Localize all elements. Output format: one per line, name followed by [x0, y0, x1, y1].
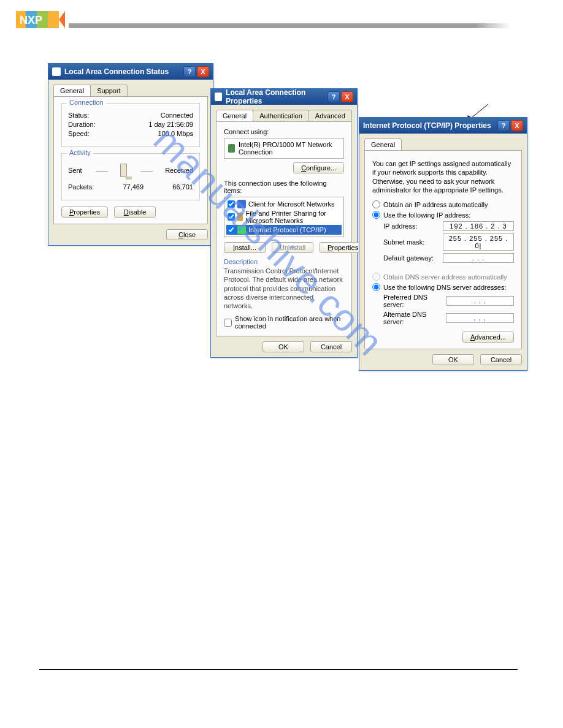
radio-use-ip[interactable] — [372, 211, 380, 219]
tab-authentication[interactable]: Authentication — [253, 110, 309, 121]
tcpip-icon — [237, 226, 246, 234]
status-value: Connected — [161, 112, 193, 119]
gateway-input[interactable]: . . . — [443, 253, 514, 263]
footer-divider — [39, 669, 518, 670]
help-icon[interactable]: ? — [327, 91, 340, 102]
props-titlebar[interactable]: Local Area Connection Properties ? X — [211, 89, 357, 105]
radio-auto-dns — [372, 273, 380, 281]
packets-recv: 66,701 — [172, 183, 193, 191]
radio-auto-ip[interactable] — [372, 200, 380, 208]
subnet-input[interactable]: 255 . 255 . 255 . 0| — [443, 233, 514, 251]
close-icon[interactable]: X — [197, 66, 209, 77]
properties-button[interactable]: Properties — [61, 207, 108, 218]
connect-using-label: Connect using: — [224, 128, 344, 135]
alt-dns-label: Alternate DNS server: — [383, 311, 446, 325]
tab-general[interactable]: General — [53, 85, 91, 96]
radio-auto-dns-label: Obtain DNS server address automatically — [383, 273, 507, 281]
duration-label: Duration: — [68, 121, 96, 128]
speed-value: 100.0 Mbps — [158, 130, 193, 137]
status-label: Status: — [68, 112, 89, 119]
radio-use-dns[interactable] — [372, 283, 380, 291]
item-label: Client for Microsoft Networks — [248, 200, 335, 208]
status-window: Local Area Connection Status ? X General… — [48, 63, 213, 246]
tab-support[interactable]: Support — [90, 85, 128, 96]
radio-use-dns-label: Use the following DNS server addresses: — [383, 284, 507, 291]
recv-arrow-icon: —— — [140, 167, 151, 174]
adapter-field: Intel(R) PRO/1000 MT Network Connection — [224, 138, 344, 159]
disable-button[interactable]: Disable — [114, 207, 156, 218]
item-label: Internet Protocol (TCP/IP) — [248, 226, 326, 233]
nic-icon — [228, 144, 235, 153]
pref-dns-label: Preferred DNS server: — [383, 294, 446, 308]
help-icon[interactable]: ? — [183, 66, 196, 77]
tcpip-title: Internet Protocol (TCP/IP) Properties — [363, 121, 491, 130]
alt-dns-input[interactable]: . . . — [446, 313, 514, 323]
sent-label: Sent — [68, 167, 82, 174]
help-icon[interactable]: ? — [497, 120, 510, 131]
client-icon — [237, 200, 246, 208]
cancel-button[interactable]: Cancel — [480, 354, 522, 365]
advanced-button[interactable]: Advanced... — [462, 332, 514, 343]
adapter-name: Intel(R) PRO/1000 MT Network Connection — [239, 141, 340, 156]
install-button[interactable]: Install... — [224, 242, 266, 253]
duration-value: 1 day 21:56:09 — [148, 121, 193, 128]
status-title: Local Area Connection Status — [64, 67, 169, 76]
packets-label: Packets: — [68, 183, 94, 191]
tcpip-window: Internet Protocol (TCP/IP) Properties ? … — [359, 117, 527, 371]
description-title: Description — [224, 258, 344, 265]
connection-icon — [215, 93, 222, 101]
share-icon — [237, 213, 243, 221]
gateway-label: Default gateway: — [383, 254, 434, 262]
description-text: Transmission Control Protocol/Internet P… — [224, 267, 344, 310]
monitor-icon — [120, 164, 128, 177]
activity-legend: Activity — [67, 149, 93, 156]
item-checkbox[interactable] — [228, 200, 235, 208]
header-divider — [69, 23, 510, 28]
tab-general[interactable]: General — [364, 138, 402, 150]
item-properties-button[interactable]: Properties — [320, 242, 361, 253]
connection-legend: Connection — [67, 99, 106, 106]
pref-dns-input[interactable]: . . . — [446, 296, 514, 306]
ip-label: IP address: — [383, 222, 417, 230]
radio-auto-ip-label: Obtain an IP address automatically — [383, 201, 488, 208]
close-icon[interactable]: X — [341, 91, 353, 102]
status-titlebar[interactable]: Local Area Connection Status ? X — [48, 64, 213, 80]
ok-button[interactable]: OK — [432, 354, 474, 365]
tab-advanced[interactable]: Advanced — [308, 110, 352, 121]
list-item[interactable]: File and Printer Sharing for Microsoft N… — [226, 209, 342, 225]
subnet-label: Subnet mask: — [383, 238, 424, 246]
svg-marker-4 — [59, 11, 65, 28]
item-checkbox[interactable] — [228, 226, 235, 233]
ip-input[interactable]: 192 . 186 . 2 . 3 — [443, 221, 514, 231]
uninstall-button[interactable]: Uninstall — [272, 242, 313, 253]
tcpip-note: You can get IP settings assigned automat… — [372, 159, 514, 194]
nxp-logo: NXP — [16, 11, 65, 31]
ok-button[interactable]: OK — [262, 341, 304, 352]
items-label: This connection uses the following items… — [224, 180, 344, 194]
radio-use-ip-label: Use the following IP address: — [383, 211, 470, 219]
tab-general[interactable]: General — [216, 110, 253, 121]
tcpip-titlebar[interactable]: Internet Protocol (TCP/IP) Properties ? … — [359, 118, 527, 134]
configure-button[interactable]: Configure... — [293, 162, 344, 173]
close-icon[interactable]: X — [511, 120, 523, 131]
packets-sent: 77,469 — [123, 183, 144, 191]
props-title: Local Area Connection Properties — [226, 88, 327, 105]
items-list[interactable]: Client for Microsoft Networks File and P… — [224, 197, 344, 237]
show-icon-label: Show icon in notification area when conn… — [235, 315, 344, 330]
properties-window: Local Area Connection Properties ? X Gen… — [210, 88, 358, 358]
connection-icon — [52, 67, 61, 76]
received-label: Received — [165, 167, 193, 174]
sent-arrow-icon: —— — [96, 167, 107, 174]
item-label: File and Printer Sharing for Microsoft N… — [245, 210, 340, 224]
speed-label: Speed: — [68, 130, 90, 137]
item-checkbox[interactable] — [228, 213, 235, 221]
close-button[interactable]: Close — [166, 229, 208, 240]
cancel-button[interactable]: Cancel — [310, 341, 352, 352]
svg-marker-3 — [48, 11, 59, 28]
list-item[interactable]: Internet Protocol (TCP/IP) — [226, 225, 342, 235]
list-item[interactable]: Client for Microsoft Networks — [226, 199, 342, 209]
show-icon-checkbox[interactable] — [224, 319, 232, 327]
svg-text:NXP: NXP — [20, 14, 42, 26]
